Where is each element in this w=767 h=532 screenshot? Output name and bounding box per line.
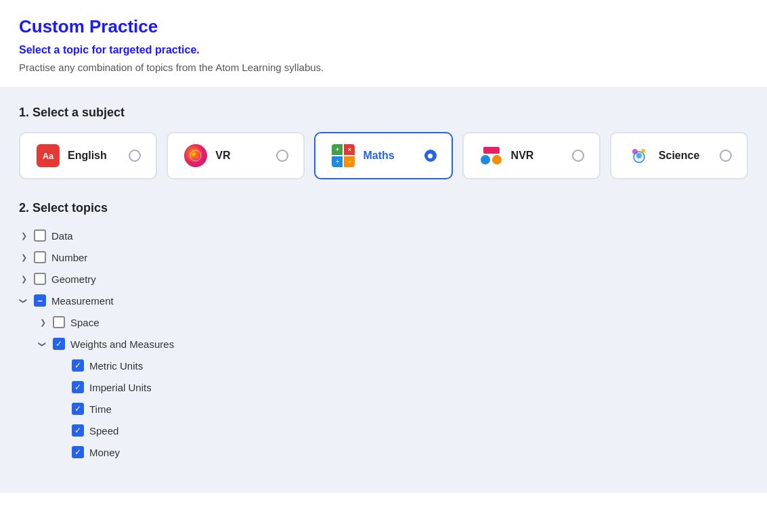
topic-space[interactable]: ❯ Space <box>19 311 748 333</box>
svg-point-1 <box>192 153 196 156</box>
svg-point-4 <box>636 153 642 158</box>
subject-science[interactable]: Science <box>610 132 748 179</box>
topic-money-label: Money <box>89 447 120 458</box>
vr-radio[interactable] <box>276 150 288 162</box>
subject-maths-label: Maths <box>363 150 417 162</box>
subject-science-label: Science <box>659 150 713 162</box>
topic-imperial-units-label: Imperial Units <box>89 382 152 393</box>
topic-measurement[interactable]: ❯ Measurement <box>19 290 748 311</box>
topic-number[interactable]: ❯ Number <box>19 246 748 268</box>
chevron-weights[interactable]: ❯ <box>38 339 47 349</box>
subject-nvr-label: NVR <box>511 150 565 162</box>
science-radio[interactable] <box>720 150 732 162</box>
english-radio[interactable] <box>129 150 141 162</box>
topic-metric-units-label: Metric Units <box>89 360 143 372</box>
checkbox-data[interactable] <box>34 229 46 242</box>
maths-icon: + × ÷ − <box>330 143 356 169</box>
topic-geometry-label: Geometry <box>51 273 96 285</box>
subtitle: Select a topic for targeted practice. <box>19 44 748 56</box>
topic-metric-units[interactable]: ❯ Metric Units <box>19 355 748 376</box>
topic-speed-label: Speed <box>89 425 118 437</box>
topic-weights-measures[interactable]: ❯ Weights and Measures <box>19 333 748 355</box>
topic-space-label: Space <box>70 317 100 328</box>
checkbox-imperial-units[interactable] <box>72 381 84 393</box>
topic-number-label: Number <box>51 252 87 263</box>
subject-maths[interactable]: + × ÷ − Maths <box>314 132 452 179</box>
top-section: Custom Practice Select a topic for targe… <box>0 0 767 87</box>
subject-english[interactable]: Aa English <box>19 132 157 179</box>
checkbox-speed[interactable] <box>72 424 84 437</box>
topic-money[interactable]: ❯ Money <box>19 441 748 463</box>
svg-point-0 <box>190 150 201 161</box>
svg-point-2 <box>196 156 199 158</box>
svg-point-5 <box>632 149 638 154</box>
chevron-space[interactable]: ❯ <box>38 317 47 327</box>
checkbox-metric-units[interactable] <box>72 359 84 372</box>
svg-point-6 <box>641 149 645 153</box>
checkbox-space[interactable] <box>53 316 65 328</box>
step1-heading: 1. Select a subject <box>19 106 748 120</box>
subject-english-label: English <box>68 150 122 162</box>
step2-heading: 2. Select topics <box>19 201 748 215</box>
topic-data-label: Data <box>51 230 73 242</box>
chevron-data[interactable]: ❯ <box>19 231 28 240</box>
chevron-geometry[interactable]: ❯ <box>19 274 28 284</box>
topic-imperial-units[interactable]: ❯ Imperial Units <box>19 376 748 398</box>
topic-speed[interactable]: ❯ Speed <box>19 420 748 441</box>
subjects-row: Aa English VR <box>19 132 748 179</box>
main-content: 1. Select a subject Aa English <box>0 87 767 493</box>
description: Practise any combination of topics from … <box>19 62 748 73</box>
english-icon: Aa <box>35 143 61 169</box>
subject-nvr[interactable]: NVR <box>462 132 600 179</box>
topic-measurement-label: Measurement <box>51 295 114 307</box>
chevron-number[interactable]: ❯ <box>19 252 28 262</box>
vr-icon <box>183 143 209 169</box>
topic-data[interactable]: ❯ Data <box>19 225 748 246</box>
topic-geometry[interactable]: ❯ Geometry <box>19 268 748 290</box>
checkbox-money[interactable] <box>72 446 84 458</box>
topic-weights-measures-label: Weights and Measures <box>70 338 174 350</box>
topics-section: 2. Select topics ❯ Data ❯ Number ❯ Geome… <box>19 201 748 463</box>
checkbox-geometry[interactable] <box>34 273 46 285</box>
topic-time-label: Time <box>89 403 112 415</box>
chevron-measurement[interactable]: ❯ <box>19 296 28 305</box>
page-title: Custom Practice <box>19 16 748 37</box>
maths-radio[interactable] <box>424 150 437 162</box>
subject-vr-label: VR <box>215 150 269 162</box>
checkbox-weights-measures[interactable] <box>53 338 65 350</box>
checkbox-time[interactable] <box>72 403 84 415</box>
science-icon <box>626 143 652 169</box>
checkbox-number[interactable] <box>34 251 46 263</box>
nvr-icon <box>479 143 504 169</box>
checkbox-measurement[interactable] <box>34 294 46 307</box>
topic-time[interactable]: ❯ Time <box>19 398 748 420</box>
nvr-radio[interactable] <box>572 150 584 162</box>
subject-vr[interactable]: VR <box>167 132 305 179</box>
